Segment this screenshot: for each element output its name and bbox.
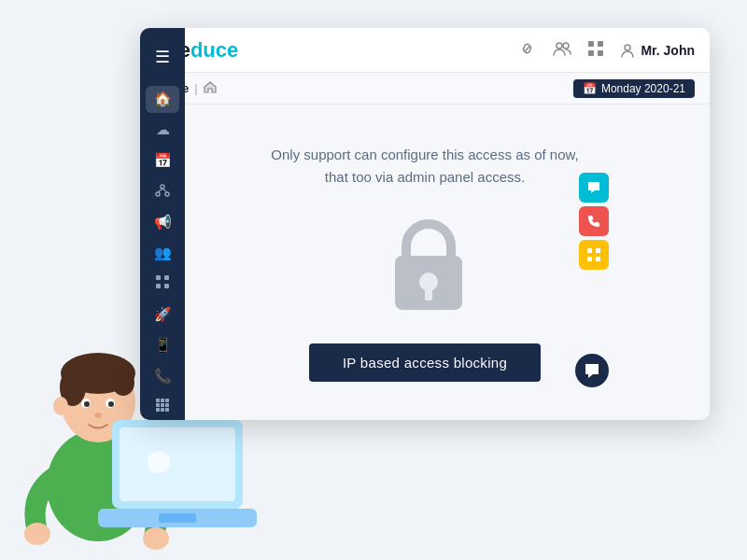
nav-icons: Mr. John <box>519 40 695 61</box>
browser-window: teleduce <box>140 28 710 420</box>
svg-rect-17 <box>165 408 169 412</box>
home-breadcrumb-icon <box>204 80 217 96</box>
breadcrumb-bar: Home | 📅 Monday 2020-21 <box>140 73 710 105</box>
cloud-icon: ☁ <box>156 121 170 138</box>
sidebar-item-calendar[interactable]: 📅 <box>146 147 179 175</box>
ip-blocking-label: IP based access blocking <box>343 355 507 371</box>
ip-blocking-button[interactable]: IP based access blocking <box>309 343 541 382</box>
lock-illustration <box>378 215 472 321</box>
mobile-icon: 📱 <box>154 337 172 354</box>
grid-nav-icon[interactable] <box>588 41 603 60</box>
svg-rect-48 <box>159 513 196 523</box>
svg-rect-7 <box>156 284 161 288</box>
svg-point-2 <box>165 192 169 196</box>
svg-rect-10 <box>161 399 164 402</box>
laptop-illustration <box>93 411 261 560</box>
svg-rect-14 <box>165 403 169 407</box>
top-nav: teleduce <box>140 28 710 73</box>
sidebar: ☰ 🏠 ☁ 📅 📢 👥 <box>140 28 185 420</box>
calendar-icon: 📅 <box>154 152 172 169</box>
sidebar-item-phone[interactable]: 📞 <box>146 362 179 389</box>
info-line1: Only support can configure this access a… <box>271 147 578 162</box>
svg-rect-28 <box>587 248 592 253</box>
svg-rect-15 <box>156 408 160 412</box>
svg-point-0 <box>161 185 164 189</box>
svg-point-37 <box>24 523 50 545</box>
info-text: Only support can configure this access a… <box>271 144 578 189</box>
main-content: Only support can configure this access a… <box>140 105 710 420</box>
svg-rect-46 <box>120 427 235 501</box>
username-label: Mr. John <box>641 43 695 58</box>
svg-point-43 <box>108 401 114 407</box>
svg-point-19 <box>563 43 569 49</box>
sidebar-item-network[interactable] <box>146 178 179 205</box>
link-icon[interactable] <box>519 40 536 61</box>
svg-rect-27 <box>425 287 432 301</box>
grid-icon <box>156 275 169 291</box>
svg-rect-31 <box>596 257 600 261</box>
apps-icon <box>156 399 169 414</box>
calendar-badge-icon: 📅 <box>583 82 597 95</box>
svg-rect-29 <box>596 248 600 253</box>
rocket-icon: 🚀 <box>154 306 172 323</box>
chat-float-button[interactable] <box>579 173 609 203</box>
sidebar-item-users[interactable]: 👥 <box>146 240 179 267</box>
svg-point-24 <box>625 45 630 50</box>
sidebar-item-announcements[interactable]: 📢 <box>146 209 179 236</box>
sidebar-item-apps[interactable] <box>146 393 179 420</box>
chat-bubble-button[interactable] <box>575 354 609 387</box>
phone-icon: 📞 <box>154 368 172 385</box>
sidebar-item-grid[interactable] <box>146 270 179 297</box>
svg-point-42 <box>84 401 90 407</box>
svg-line-4 <box>162 189 167 192</box>
svg-point-18 <box>557 43 562 49</box>
svg-rect-22 <box>588 50 594 56</box>
date-badge: 📅 Monday 2020-21 <box>573 79 695 98</box>
svg-point-49 <box>148 451 170 473</box>
phone-float-button[interactable] <box>579 206 609 236</box>
svg-rect-16 <box>161 408 164 412</box>
sidebar-item-rocket[interactable]: 🚀 <box>146 301 179 328</box>
svg-rect-23 <box>598 50 603 56</box>
sidebar-item-mobile[interactable]: 📱 <box>146 331 179 358</box>
grid-float-button[interactable] <box>579 240 609 270</box>
svg-rect-11 <box>165 399 169 402</box>
home-icon: 🏠 <box>154 91 172 107</box>
right-action-buttons <box>579 173 609 270</box>
svg-rect-12 <box>156 403 160 407</box>
svg-point-39 <box>53 397 68 415</box>
sidebar-item-home[interactable]: 🏠 <box>146 86 179 113</box>
svg-point-1 <box>156 192 160 196</box>
hamburger-menu[interactable]: ☰ <box>149 41 176 73</box>
megaphone-icon: 📢 <box>154 214 172 231</box>
svg-rect-13 <box>161 403 164 407</box>
svg-rect-9 <box>156 399 160 402</box>
users-icon: 👥 <box>154 245 172 261</box>
svg-rect-6 <box>164 275 169 280</box>
breadcrumb-separator: | <box>194 81 197 95</box>
svg-rect-30 <box>587 257 592 261</box>
svg-rect-20 <box>588 41 594 47</box>
svg-rect-5 <box>156 275 161 280</box>
svg-rect-8 <box>164 284 169 288</box>
sidebar-item-cloud[interactable]: ☁ <box>146 117 179 144</box>
svg-rect-21 <box>598 41 603 47</box>
svg-point-36 <box>112 370 134 396</box>
svg-line-3 <box>158 189 162 192</box>
user-profile[interactable]: Mr. John <box>620 43 695 58</box>
info-line2: that too via admin panel access. <box>325 169 525 185</box>
network-icon <box>155 183 170 201</box>
logo-duce: duce <box>190 38 238 62</box>
date-label: Monday 2020-21 <box>601 82 685 95</box>
people-icon[interactable] <box>553 41 571 60</box>
